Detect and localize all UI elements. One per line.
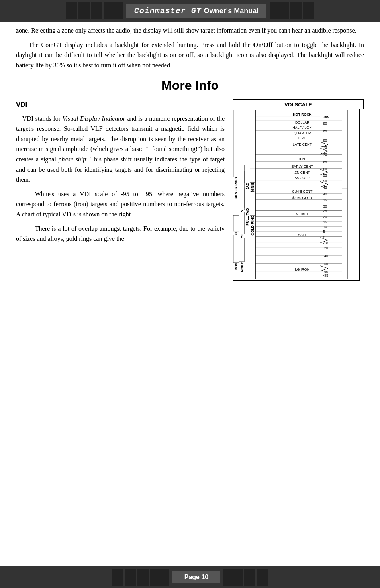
svg-text:-20: -20 bbox=[323, 246, 328, 250]
svg-text:40: 40 bbox=[323, 192, 327, 196]
vdi-scale-svg: SILVER RING SC CAP LEAD MINIE SO TAB bbox=[233, 109, 360, 281]
vdi-heading: VDI bbox=[16, 99, 225, 110]
svg-text:DOLLAR: DOLLAR bbox=[295, 121, 309, 125]
svg-text:-40: -40 bbox=[323, 254, 328, 258]
header-block-1 bbox=[66, 2, 77, 19]
svg-text:80: 80 bbox=[323, 138, 327, 142]
svg-text:15: 15 bbox=[323, 220, 327, 224]
svg-text:30: 30 bbox=[323, 205, 327, 208]
footer-block-1 bbox=[112, 569, 123, 586]
vdi-paragraph-2: White's uses a VDI scale of -95 to +95, … bbox=[16, 189, 225, 220]
coinmaster-logo: Coinmaster GT bbox=[134, 6, 202, 16]
svg-text:ZN CENT: ZN CENT bbox=[295, 171, 310, 175]
vdi-paragraph-3: There is a lot of overlap amongst target… bbox=[16, 224, 225, 244]
svg-text:85: 85 bbox=[323, 129, 327, 133]
vdi-section: VDI VDI stands for Visual Display Indica… bbox=[16, 99, 364, 281]
header-block-6 bbox=[290, 2, 302, 19]
intro-paragraph-2: The CoinGT display includes a backlight … bbox=[16, 40, 364, 71]
svg-rect-14 bbox=[233, 216, 239, 232]
header-block-5 bbox=[270, 2, 289, 19]
svg-text:PULL TAB: PULL TAB bbox=[245, 208, 249, 226]
svg-text:45: 45 bbox=[323, 186, 327, 190]
svg-text:SILVER RING: SILVER RING bbox=[234, 177, 238, 199]
svg-text:70: 70 bbox=[323, 153, 327, 157]
svg-text:LG IRON: LG IRON bbox=[295, 267, 310, 271]
svg-text:$5 GOLD: $5 GOLD bbox=[295, 176, 310, 180]
svg-text:QUARTER: QUARTER bbox=[294, 131, 311, 135]
svg-text:HALF / LG ¢: HALF / LG ¢ bbox=[292, 126, 312, 130]
svg-rect-93 bbox=[342, 189, 348, 240]
svg-text:F E R R O U S: F E R R O U S bbox=[342, 279, 347, 281]
svg-text:20: 20 bbox=[323, 215, 327, 219]
svg-text:10: 10 bbox=[323, 225, 327, 229]
svg-text:LATE CENT: LATE CENT bbox=[293, 142, 312, 146]
svg-text:-90: -90 bbox=[323, 270, 328, 274]
footer-block-4 bbox=[150, 569, 169, 586]
svg-text:DIME: DIME bbox=[298, 136, 307, 140]
svg-text:50: 50 bbox=[323, 179, 327, 183]
svg-text:25: 25 bbox=[323, 209, 327, 213]
footer-right-blocks bbox=[223, 569, 268, 586]
footer-left-blocks bbox=[112, 569, 169, 586]
svg-text:65: 65 bbox=[323, 160, 327, 164]
svg-rect-22 bbox=[255, 110, 342, 279]
svg-text:-95: -95 bbox=[323, 274, 328, 278]
svg-text:55: 55 bbox=[323, 173, 327, 177]
svg-rect-95 bbox=[342, 240, 348, 279]
svg-text:IRON: IRON bbox=[234, 263, 238, 271]
svg-text:NICKEL: NICKEL bbox=[296, 212, 309, 216]
vdi-text-area: VDI VDI stands for Visual Display Indica… bbox=[16, 99, 225, 248]
svg-text:SALT: SALT bbox=[298, 233, 307, 237]
svg-text:60: 60 bbox=[323, 167, 327, 171]
footer-block-2 bbox=[125, 569, 136, 586]
svg-rect-8 bbox=[239, 187, 245, 210]
svg-text:5: 5 bbox=[323, 230, 325, 234]
svg-text:35: 35 bbox=[323, 198, 327, 202]
header-block-7 bbox=[303, 2, 314, 19]
svg-rect-10 bbox=[245, 189, 250, 208]
header-block-4 bbox=[104, 2, 123, 19]
svg-text:MINIE: MINIE bbox=[251, 183, 255, 193]
footer-block-5 bbox=[223, 569, 243, 586]
intro-paragraph-1: zone. Rejecting a zone only affects the … bbox=[16, 26, 364, 36]
footer-page-label: Page 10 bbox=[172, 571, 220, 583]
footer-block-3 bbox=[137, 569, 149, 586]
svg-rect-91 bbox=[342, 175, 348, 189]
vdi-chart-title: VDI SCALE bbox=[233, 99, 364, 109]
svg-text:0: 0 bbox=[323, 235, 325, 239]
svg-rect-18 bbox=[233, 235, 239, 263]
svg-text:GOLD RING: GOLD RING bbox=[251, 216, 255, 236]
header-block-2 bbox=[78, 2, 90, 19]
header-bar: Coinmaster GT Owner's Manual bbox=[0, 0, 380, 22]
footer-block-6 bbox=[244, 569, 255, 586]
header-title-text: Owner's Manual bbox=[204, 7, 259, 15]
section-title: More Info bbox=[16, 78, 364, 93]
header-left-blocks bbox=[66, 2, 123, 19]
svg-text:+95: +95 bbox=[323, 116, 329, 120]
svg-rect-12 bbox=[250, 192, 255, 215]
svg-rect-2 bbox=[239, 165, 245, 189]
footer-block-7 bbox=[257, 569, 268, 586]
svg-text:CENT: CENT bbox=[298, 157, 308, 161]
svg-text:NAILS: NAILS bbox=[240, 262, 244, 272]
svg-text:$2.50 GOLD: $2.50 GOLD bbox=[292, 196, 312, 200]
svg-text:-60: -60 bbox=[323, 262, 328, 266]
svg-rect-20 bbox=[239, 238, 245, 262]
vdi-paragraph-1: VDI stands for Visual Display Indicator … bbox=[16, 114, 225, 185]
svg-text:90: 90 bbox=[323, 122, 327, 126]
svg-rect-16 bbox=[239, 212, 245, 234]
header-right-blocks bbox=[270, 2, 314, 19]
main-content: zone. Rejecting a zone only affects the … bbox=[0, 22, 380, 305]
footer-bar: Page 10 bbox=[0, 566, 380, 588]
svg-rect-4 bbox=[245, 171, 250, 183]
intro-section: zone. Rejecting a zone only affects the … bbox=[16, 26, 364, 70]
vdi-chart: VDI SCALE SILVER RING SC CAP LEAD MINIE bbox=[233, 99, 364, 281]
svg-text:CU-NI CENT: CU-NI CENT bbox=[292, 189, 313, 193]
svg-text:75: 75 bbox=[323, 146, 327, 150]
header-block-3 bbox=[91, 2, 102, 19]
svg-rect-0 bbox=[233, 110, 239, 177]
svg-text:EARLY CENT: EARLY CENT bbox=[291, 165, 313, 169]
header-title-box: Coinmaster GT Owner's Manual bbox=[126, 4, 266, 18]
svg-text:HOT ROCK: HOT ROCK bbox=[293, 112, 312, 116]
svg-text:-10: -10 bbox=[323, 242, 328, 246]
